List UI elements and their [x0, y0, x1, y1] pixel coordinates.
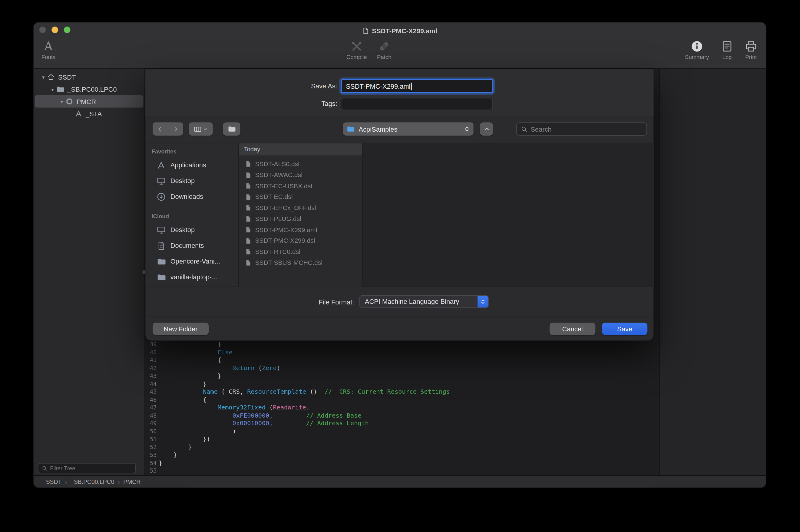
- applications-icon: [156, 160, 166, 169]
- code-text: Name (_CRS, ResourceTemplate () // _CRS:…: [156, 388, 450, 396]
- back-button[interactable]: [153, 122, 168, 136]
- save-as-input[interactable]: SSDT-PMC-X299.aml: [341, 79, 494, 93]
- code-line: 54}: [145, 459, 659, 467]
- search-field[interactable]: Search: [516, 122, 647, 136]
- tree-item-label: SSDT: [58, 73, 76, 81]
- search-placeholder: Search: [531, 125, 552, 133]
- tags-input[interactable]: [341, 98, 493, 110]
- ssdt-tree-pane: ▾SSDT▾_SB.PC00.LPC0▾PMCR_STA Filter Tree: [34, 69, 145, 475]
- file-row[interactable]: SSDT-AWAC.dsl: [239, 169, 362, 180]
- print-button[interactable]: Print: [736, 40, 766, 67]
- search-icon: [42, 466, 48, 471]
- save-button[interactable]: Save: [602, 323, 647, 335]
- disclosure-triangle-icon[interactable]: ▾: [58, 99, 66, 104]
- fonts-icon: A: [42, 40, 55, 53]
- file-row[interactable]: SSDT-RTC0.dsl: [239, 246, 362, 257]
- downloads-icon: [156, 192, 166, 201]
- documents-icon: [156, 241, 166, 250]
- fonts-button[interactable]: A Fonts: [34, 40, 63, 67]
- code-line: 44 }: [145, 380, 659, 388]
- code-line: 47 Memory32Fixed (ReadWrite,: [145, 404, 659, 412]
- line-number: 45: [145, 388, 156, 396]
- file-row[interactable]: SSDT-EC-USBX.dsl: [239, 180, 362, 191]
- file-row[interactable]: SSDT-EHCx_OFF.dsl: [239, 203, 362, 213]
- cancel-button[interactable]: Cancel: [550, 323, 596, 335]
- file-row[interactable]: SSDT-PMC-X299.dsl: [239, 235, 362, 246]
- tree-item-SSDT[interactable]: ▾SSDT: [35, 71, 144, 83]
- file-icon: [245, 215, 252, 222]
- sidebar-item-label: Documents: [170, 242, 204, 249]
- breadcrumb-item[interactable]: SSDT: [46, 478, 62, 484]
- tree-item-label: PMCR: [77, 98, 96, 105]
- sidebar-item-applications[interactable]: Applications: [145, 157, 238, 173]
- file-name: SSDT-PLUG.dsl: [255, 215, 301, 223]
- file-row[interactable]: SSDT-SBUS-MCHC.dsl: [239, 257, 362, 268]
- compile-icon: [350, 40, 364, 53]
- code-line: 39 }: [145, 341, 659, 348]
- summary-button[interactable]: Summary: [682, 40, 712, 67]
- forward-button[interactable]: [168, 122, 183, 136]
- window-title: SSDT-PMC-X299.aml: [372, 26, 437, 34]
- search-icon: [521, 126, 527, 132]
- sidebar-item-downloads[interactable]: Downloads: [145, 189, 238, 204]
- file-icon: [245, 205, 252, 211]
- file-row[interactable]: SSDT-PLUG.dsl: [239, 213, 362, 224]
- line-number: 48: [145, 412, 156, 420]
- file-icon: [245, 259, 252, 266]
- line-number: 52: [145, 443, 156, 451]
- line-number: 40: [145, 348, 156, 357]
- code-lines: 39 }40 Else41 {42 Return (Zero)43 }44 }4…: [145, 341, 659, 475]
- patch-button[interactable]: Patch: [369, 40, 399, 67]
- breadcrumb: SSDT›_SB.PC00.LPC0›PMCR: [34, 475, 766, 487]
- file-name: SSDT-PMC-X299.aml: [255, 226, 317, 234]
- code-line: 45 Name (_CRS, ResourceTemplate () // _C…: [145, 388, 659, 396]
- code-text: {: [156, 357, 221, 364]
- breadcrumb-item[interactable]: PMCR: [123, 478, 141, 484]
- compile-button[interactable]: Compile: [341, 40, 372, 67]
- editor-side-area: [659, 69, 766, 475]
- file-name: SSDT-AWAC.dsl: [255, 172, 302, 179]
- chevron-down-icon: [203, 127, 208, 131]
- folder-button[interactable]: [223, 122, 240, 136]
- places-sidebar: FavoritesApplicationsDesktopDownloadsiCl…: [145, 143, 239, 286]
- compile-label: Compile: [347, 55, 367, 60]
- view-mode-button[interactable]: [189, 122, 212, 136]
- file-browser-next-column: [364, 143, 654, 286]
- screen: SSDT-PMC-X299.aml A Fonts Compile Patch …: [0, 0, 800, 532]
- tree-item-label: _STA: [86, 110, 102, 117]
- breadcrumb-item[interactable]: _SB.PC00.LPC0: [71, 478, 114, 484]
- sidebar-item-label: Desktop: [170, 177, 195, 185]
- chevron-left-icon: [157, 126, 164, 132]
- sidebar-item-desktop[interactable]: Desktop: [145, 222, 238, 238]
- code-text: }): [156, 435, 210, 443]
- parent-folder-button[interactable]: [480, 122, 493, 136]
- filter-tree-field[interactable]: Filter Tree: [38, 463, 136, 473]
- house-icon: [47, 73, 55, 81]
- text-caret: [411, 82, 412, 90]
- file-row[interactable]: SSDT-ALS0.dsl: [239, 158, 362, 169]
- new-folder-button[interactable]: New Folder: [153, 323, 209, 335]
- file-row[interactable]: SSDT-EC.dsl: [239, 192, 362, 203]
- code-text: 0x00010000, // Address Length: [156, 420, 369, 428]
- disclosure-triangle-icon[interactable]: ▾: [49, 87, 56, 92]
- location-popup[interactable]: AcpiSamples: [343, 122, 473, 136]
- sidebar-item-opencore-vani-[interactable]: Opencore-Vani...: [145, 253, 238, 269]
- line-number: 51: [145, 435, 156, 443]
- file-format-value: ACPI Machine Language Binary: [360, 298, 478, 305]
- disclosure-triangle-icon[interactable]: ▾: [40, 74, 47, 80]
- patch-label: Patch: [377, 55, 391, 60]
- sidebar-item-desktop[interactable]: Desktop: [145, 173, 238, 189]
- file-row[interactable]: SSDT-PMC-X299.aml: [239, 224, 362, 235]
- file-format-popup[interactable]: ACPI Machine Language Binary: [359, 296, 489, 308]
- file-icon: [245, 248, 252, 255]
- breadcrumb-separator-icon: ›: [118, 478, 119, 484]
- tree-item-PMCR[interactable]: ▾PMCR: [35, 95, 144, 108]
- file-name: SSDT-RTC0.dsl: [255, 248, 300, 255]
- method-icon: [74, 110, 83, 118]
- file-icon: [245, 194, 252, 200]
- sidebar-item-documents[interactable]: Documents: [145, 238, 238, 253]
- tree-item-_STA[interactable]: _STA: [35, 108, 144, 120]
- line-number: 49: [145, 420, 156, 428]
- sidebar-item-vanilla-laptop-[interactable]: vanilla-laptop-...: [145, 269, 238, 285]
- tree-item-_SB.PC00.LPC0[interactable]: ▾_SB.PC00.LPC0: [35, 83, 144, 95]
